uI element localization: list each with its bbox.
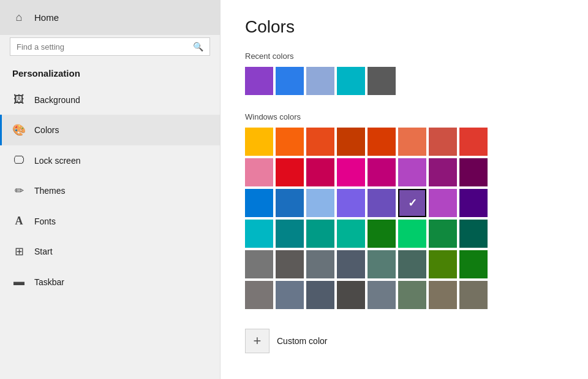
color-row	[245, 220, 564, 248]
windows-color-swatch[interactable]	[398, 281, 426, 309]
custom-color-button[interactable]: + Custom color	[245, 324, 564, 358]
fonts-icon: A	[12, 215, 26, 228]
sidebar-search-container: 🔍	[10, 37, 210, 56]
windows-color-swatch[interactable]	[245, 250, 273, 278]
colors-icon: 🎨	[12, 123, 26, 137]
windows-color-swatch[interactable]	[337, 220, 365, 248]
main-content: Colors Recent colors Windows colors + Cu…	[221, 0, 588, 379]
home-icon: ⌂	[12, 11, 26, 24]
sidebar-item-label: Taskbar	[34, 277, 64, 287]
windows-color-swatch[interactable]	[459, 128, 488, 156]
search-icon: 🔍	[193, 42, 203, 52]
windows-color-swatch[interactable]	[429, 220, 457, 248]
windows-color-swatch[interactable]	[306, 189, 334, 217]
windows-color-swatch[interactable]	[306, 250, 334, 278]
themes-icon: ✏	[12, 184, 26, 197]
sidebar-item-lock-screen[interactable]: 🖵 Lock screen	[0, 145, 220, 175]
sidebar-item-label: Themes	[34, 186, 66, 196]
taskbar-icon: ▬	[12, 275, 26, 288]
windows-color-swatch[interactable]	[459, 220, 488, 248]
windows-color-swatch[interactable]	[368, 128, 396, 156]
lock-screen-icon: 🖵	[12, 154, 26, 167]
windows-color-swatch[interactable]	[276, 128, 304, 156]
windows-color-swatch[interactable]	[429, 250, 457, 278]
recent-colors-row	[245, 67, 564, 95]
custom-color-label: Custom color	[277, 336, 327, 346]
sidebar-item-themes[interactable]: ✏ Themes	[0, 175, 220, 206]
sidebar-item-taskbar[interactable]: ▬ Taskbar	[0, 267, 220, 297]
home-label: Home	[34, 12, 59, 23]
windows-color-swatch[interactable]	[245, 128, 273, 156]
windows-color-swatch[interactable]	[245, 220, 273, 248]
windows-color-swatch[interactable]	[429, 189, 457, 217]
sidebar-item-label: Lock screen	[34, 156, 80, 166]
windows-color-swatch[interactable]	[368, 158, 396, 186]
recent-color-swatch[interactable]	[276, 67, 304, 95]
sidebar-home[interactable]: ⌂ Home	[0, 0, 220, 35]
page-title: Colors	[245, 17, 564, 37]
recent-color-swatch[interactable]	[368, 67, 396, 95]
windows-color-swatch[interactable]	[429, 128, 457, 156]
windows-color-swatch[interactable]	[276, 220, 304, 248]
windows-color-swatch[interactable]	[459, 281, 488, 309]
windows-color-swatch[interactable]	[276, 281, 304, 309]
windows-color-swatch[interactable]	[306, 128, 334, 156]
windows-color-swatch[interactable]	[337, 189, 365, 217]
windows-color-swatch[interactable]	[398, 158, 426, 186]
windows-color-swatch[interactable]	[337, 158, 365, 186]
windows-color-swatch[interactable]	[306, 158, 334, 186]
search-input[interactable]	[17, 42, 188, 52]
windows-color-swatch[interactable]	[276, 158, 304, 186]
sidebar-item-start[interactable]: ⊞ Start	[0, 236, 220, 267]
windows-color-swatch[interactable]	[398, 128, 426, 156]
color-row	[245, 250, 564, 278]
windows-color-swatch[interactable]	[368, 189, 396, 217]
windows-color-swatch[interactable]	[276, 250, 304, 278]
sidebar-item-colors[interactable]: 🎨 Colors	[0, 115, 220, 145]
sidebar: ⌂ Home 🔍 Personalization 🖼 Background 🎨 …	[0, 0, 221, 379]
windows-colors-grid	[245, 128, 564, 309]
windows-color-swatch[interactable]	[368, 281, 396, 309]
windows-color-swatch[interactable]	[398, 189, 426, 217]
color-row	[245, 189, 564, 217]
windows-color-swatch[interactable]	[337, 281, 365, 309]
background-icon: 🖼	[12, 93, 26, 106]
windows-color-swatch[interactable]	[368, 220, 396, 248]
recent-colors-label: Recent colors	[245, 52, 564, 61]
color-row	[245, 281, 564, 309]
start-icon: ⊞	[12, 245, 26, 258]
color-row	[245, 158, 564, 186]
windows-color-swatch[interactable]	[459, 189, 488, 217]
windows-color-swatch[interactable]	[398, 220, 426, 248]
windows-color-swatch[interactable]	[245, 189, 273, 217]
color-row	[245, 128, 564, 156]
sidebar-item-fonts[interactable]: A Fonts	[0, 206, 220, 236]
windows-color-swatch[interactable]	[245, 158, 273, 186]
windows-color-swatch[interactable]	[459, 250, 488, 278]
windows-color-swatch[interactable]	[337, 250, 365, 278]
sidebar-item-label: Fonts	[34, 216, 56, 226]
sidebar-item-label: Background	[34, 95, 80, 105]
sidebar-section-title: Personalization	[0, 63, 220, 85]
windows-color-swatch[interactable]	[306, 281, 334, 309]
windows-color-swatch[interactable]	[429, 281, 457, 309]
windows-color-swatch[interactable]	[459, 158, 488, 186]
windows-colors-label: Windows colors	[245, 112, 564, 121]
windows-color-swatch[interactable]	[276, 189, 304, 217]
windows-color-swatch[interactable]	[337, 128, 365, 156]
windows-color-swatch[interactable]	[429, 158, 457, 186]
sidebar-item-label: Colors	[34, 125, 59, 135]
recent-color-swatch[interactable]	[337, 67, 365, 95]
windows-colors-section: Windows colors	[245, 112, 564, 309]
windows-color-swatch[interactable]	[245, 281, 273, 309]
plus-icon: +	[245, 329, 270, 353]
recent-color-swatch[interactable]	[245, 67, 273, 95]
sidebar-item-background[interactable]: 🖼 Background	[0, 85, 220, 115]
sidebar-item-label: Start	[34, 247, 53, 256]
recent-color-swatch[interactable]	[306, 67, 334, 95]
windows-color-swatch[interactable]	[306, 220, 334, 248]
windows-color-swatch[interactable]	[398, 250, 426, 278]
windows-color-swatch[interactable]	[368, 250, 396, 278]
